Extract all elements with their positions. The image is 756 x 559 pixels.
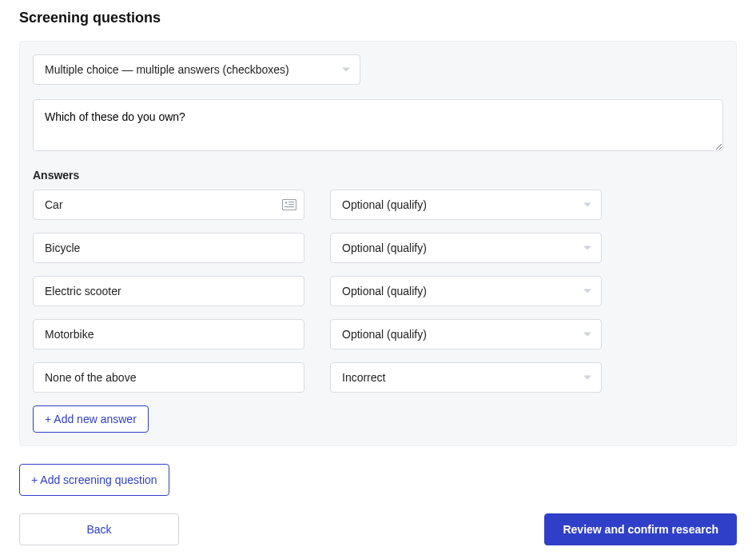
chevron-down-icon bbox=[583, 376, 591, 380]
chevron-down-icon bbox=[583, 203, 591, 207]
svg-rect-3 bbox=[288, 204, 294, 205]
answers-heading: Answers bbox=[33, 169, 723, 182]
chevron-down-icon bbox=[583, 246, 591, 250]
qualify-label: Optional (qualify) bbox=[342, 285, 427, 297]
back-button[interactable]: Back bbox=[19, 513, 179, 545]
answer-text-input[interactable] bbox=[33, 190, 304, 220]
qualify-select[interactable]: Optional (qualify) bbox=[330, 319, 602, 349]
qualify-label: Optional (qualify) bbox=[342, 242, 427, 254]
add-screening-question-button[interactable]: + Add screening question bbox=[19, 464, 169, 496]
page-title: Screening questions bbox=[19, 10, 737, 26]
qualify-label: Optional (qualify) bbox=[342, 198, 427, 211]
svg-point-1 bbox=[285, 202, 288, 204]
answer-row: Optional (qualify) bbox=[33, 276, 723, 306]
svg-rect-2 bbox=[288, 202, 294, 202]
answer-row: Optional (qualify) bbox=[33, 190, 723, 220]
question-panel: Multiple choice — multiple answers (chec… bbox=[19, 41, 737, 446]
answer-row: Optional (qualify) bbox=[33, 233, 723, 263]
answer-input-wrap bbox=[33, 276, 304, 306]
answer-text-input[interactable] bbox=[33, 276, 304, 306]
question-text-input[interactable] bbox=[33, 99, 723, 151]
answer-input-wrap bbox=[33, 362, 304, 393]
review-confirm-button[interactable]: Review and confirm research bbox=[544, 513, 737, 545]
qualify-label: Optional (qualify) bbox=[342, 328, 427, 341]
qualify-select[interactable]: Optional (qualify) bbox=[330, 233, 602, 263]
question-type-label: Multiple choice — multiple answers (chec… bbox=[45, 63, 289, 76]
chevron-down-icon bbox=[583, 289, 591, 293]
footer-actions: Back Review and confirm research bbox=[19, 513, 737, 545]
qualify-select[interactable]: Incorrect bbox=[330, 362, 602, 393]
qualify-label: Incorrect bbox=[342, 371, 385, 384]
answer-input-wrap bbox=[33, 190, 304, 220]
question-type-select[interactable]: Multiple choice — multiple answers (chec… bbox=[33, 54, 360, 85]
answer-text-input[interactable] bbox=[33, 362, 304, 393]
answer-input-wrap bbox=[33, 319, 304, 349]
answer-text-input[interactable] bbox=[33, 233, 304, 263]
qualify-select[interactable]: Optional (qualify) bbox=[330, 276, 602, 306]
answer-row: Optional (qualify) bbox=[33, 319, 723, 349]
answer-text-input[interactable] bbox=[33, 319, 304, 349]
qualify-select[interactable]: Optional (qualify) bbox=[330, 190, 602, 220]
svg-rect-4 bbox=[284, 206, 294, 207]
chevron-down-icon bbox=[583, 333, 591, 337]
answer-row: Incorrect bbox=[33, 362, 723, 393]
answer-input-wrap bbox=[33, 233, 304, 263]
chevron-down-icon bbox=[342, 68, 350, 72]
media-icon[interactable] bbox=[282, 199, 296, 210]
add-answer-button[interactable]: + Add new answer bbox=[33, 405, 149, 433]
